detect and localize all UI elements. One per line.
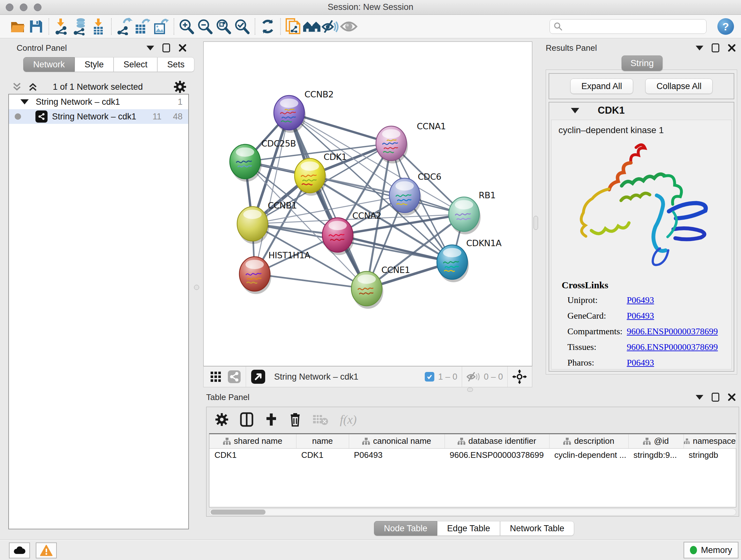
show-eye-button[interactable] (340, 17, 358, 36)
zoom-out-button[interactable] (196, 17, 214, 36)
tab-network[interactable]: Network (23, 57, 75, 72)
tab-string-results[interactable]: String (622, 56, 663, 71)
control-panel-title: Control Panel (17, 43, 67, 53)
table-cell[interactable]: P06493 (349, 448, 445, 462)
column-header-canonical-name[interactable]: canonical name (349, 434, 445, 448)
network-node-CCNB1[interactable] (237, 206, 269, 244)
table-cell[interactable]: CDK1 (296, 448, 349, 462)
grid-view-icon[interactable] (210, 371, 221, 382)
edge-CCNB2-HIST1H1A[interactable] (255, 113, 289, 274)
tab-network-table[interactable]: Network Table (500, 521, 575, 536)
network-node-CDC25B[interactable] (230, 144, 262, 182)
network-node-CCNA2[interactable] (322, 218, 354, 255)
network-row-selected[interactable]: String Network – cdk1 11 48 (9, 109, 188, 124)
search-input[interactable] (565, 22, 699, 31)
crosslink-link[interactable]: 9606.ENSP00000378699 (627, 326, 718, 336)
zoom-selected-button[interactable] (233, 17, 252, 36)
table-cell[interactable]: stringdb:9... (628, 448, 684, 462)
protein-collapse-icon[interactable] (571, 108, 579, 113)
table-panel-menu-icon[interactable] (696, 395, 703, 400)
expand-all-chevron-icon[interactable] (28, 81, 38, 92)
apply-layout-button[interactable] (259, 17, 277, 36)
horizontal-splitter-handle[interactable] (467, 388, 473, 392)
column-header-namespace[interactable]: namespace (684, 434, 736, 448)
tab-sets[interactable]: Sets (157, 57, 194, 72)
zoom-in-button[interactable] (178, 17, 196, 36)
table-cell[interactable]: CDK1 (209, 448, 296, 462)
export-image-button[interactable] (152, 17, 171, 36)
results-close-panel-icon[interactable] (728, 44, 736, 52)
column-header-name[interactable]: name (296, 434, 349, 448)
network-node-CCNE1[interactable] (351, 271, 383, 309)
edge-CCNB2-CCNE1[interactable] (289, 113, 367, 289)
export-network-button[interactable] (115, 17, 133, 36)
table-hscrollbar[interactable] (209, 509, 736, 516)
save-session-button[interactable] (27, 17, 45, 36)
network-node-CCNA1[interactable] (376, 126, 408, 164)
crosslink-link[interactable]: P06493 (627, 358, 654, 368)
crosslink-link[interactable]: 9606.ENSP00000378699 (627, 342, 718, 352)
network-node-CDK1[interactable] (294, 159, 327, 196)
results-panel-menu-icon[interactable] (696, 46, 703, 51)
tree-expand-icon[interactable] (20, 99, 29, 105)
network-collection-row[interactable]: String Network – cdk1 1 (9, 95, 188, 109)
delete-column-icon[interactable] (289, 412, 301, 427)
share-document-button[interactable] (284, 17, 302, 36)
pan-crosshair-icon[interactable] (512, 369, 527, 384)
table-hscrollbar-thumb[interactable] (211, 509, 266, 515)
import-network-from-database-button[interactable] (71, 17, 89, 36)
table-options-gear-icon[interactable] (215, 413, 229, 427)
tab-style[interactable]: Style (75, 57, 114, 72)
close-panel-icon[interactable] (179, 44, 187, 52)
network-canvas[interactable]: CCNB2CCNA1CDC25BCDK1CDC6RB1CCNB1CCNA2CDK… (203, 42, 532, 366)
collapse-all-button[interactable]: Collapse All (645, 78, 713, 94)
column-header-shared-name[interactable]: shared name (209, 434, 296, 448)
tab-edge-table[interactable]: Edge Table (437, 521, 500, 536)
network-node-RB1[interactable] (449, 197, 481, 234)
crosslink-link[interactable]: P06493 (627, 311, 654, 321)
left-splitter-handle[interactable] (194, 285, 199, 290)
cloud-status-button[interactable] (9, 543, 30, 558)
edge-count: 48 (173, 112, 183, 122)
import-network-button[interactable] (52, 17, 71, 36)
column-header--id[interactable]: @id (628, 434, 684, 448)
network-node-CCNB2[interactable] (274, 96, 306, 133)
network-node-CDC6[interactable] (389, 178, 421, 215)
show-columns-icon[interactable] (240, 412, 254, 427)
string-home-button[interactable] (302, 17, 321, 36)
column-header-database-identifier[interactable]: database identifier (445, 434, 549, 448)
crosslink-link[interactable]: P06493 (627, 295, 654, 305)
tab-node-table[interactable]: Node Table (374, 521, 437, 536)
float-panel-icon[interactable] (162, 44, 170, 52)
memory-button[interactable]: Memory (684, 542, 738, 558)
zoom-fit-button[interactable] (214, 17, 233, 36)
help-button[interactable]: ? (718, 18, 734, 35)
panel-menu-icon[interactable] (146, 46, 154, 51)
add-column-icon[interactable] (265, 412, 278, 427)
collapse-all-chevron-icon[interactable] (12, 81, 22, 92)
table-cell[interactable]: cyclin-dependent ... (549, 448, 628, 462)
export-table-button[interactable] (133, 17, 152, 36)
table-row[interactable]: CDK1CDK1P064939606.ENSP00000378699cyclin… (209, 448, 736, 462)
hide-glasses-button[interactable] (321, 17, 340, 36)
right-splitter-handle[interactable] (534, 216, 538, 230)
table-cell[interactable]: 9606.ENSP00000378699 (445, 448, 549, 462)
table-float-panel-icon[interactable] (712, 393, 719, 401)
expand-all-button[interactable]: Expand All (570, 78, 633, 94)
network-node-CDKN1A[interactable] (437, 245, 469, 282)
network-share-view-icon[interactable] (227, 370, 241, 384)
table-cell[interactable]: stringdb (684, 448, 736, 462)
tab-select[interactable]: Select (114, 57, 157, 72)
results-float-panel-icon[interactable] (712, 44, 719, 52)
table-close-panel-icon[interactable] (728, 393, 736, 401)
column-header-description[interactable]: description (549, 434, 628, 448)
network-node-HIST1H1A[interactable] (239, 257, 271, 294)
open-session-button[interactable] (8, 17, 27, 36)
selected-nodes-checkbox[interactable] (425, 372, 434, 381)
column-tree-icon (563, 438, 571, 445)
edge-HIST1H1A-CCNE1[interactable] (255, 274, 367, 289)
warnings-button[interactable] (36, 543, 57, 558)
birds-eye-view-icon[interactable] (251, 369, 266, 384)
network-options-gear-icon[interactable] (173, 80, 187, 94)
import-table-button[interactable] (89, 17, 108, 36)
